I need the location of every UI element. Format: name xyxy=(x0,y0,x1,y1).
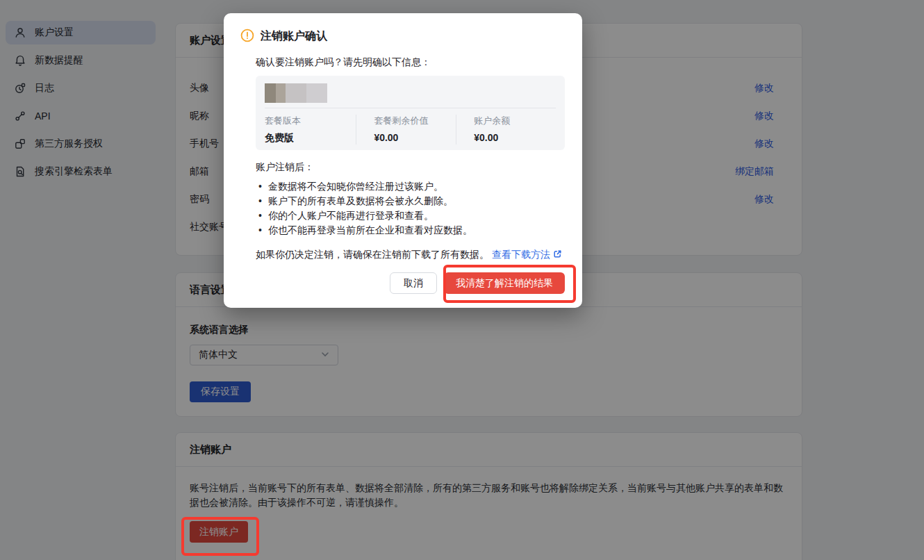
account-summary-panel: 套餐版本 免费版 套餐剩余价值 ¥0.00 账户余额 ¥0.00 xyxy=(256,76,565,150)
confirm-delete-button[interactable]: 我清楚了解注销的结果 xyxy=(444,272,565,294)
account-settings-page: 账户设置 新数据提醒 日志 API 第三方服务授权 xyxy=(0,0,924,560)
summary-col-plan-value: 套餐剩余价值 ¥0.00 xyxy=(356,115,456,145)
summary-label: 账户余额 xyxy=(474,115,556,127)
cancel-button[interactable]: 取消 xyxy=(390,272,437,294)
download-note-text: 如果你仍决定注销，请确保在注销前下载了所有数据。 xyxy=(256,249,489,260)
summary-label: 套餐剩余价值 xyxy=(374,115,456,127)
download-note: 如果你仍决定注销，请确保在注销前下载了所有数据。 查看下载方法 xyxy=(256,247,565,261)
summary-label: 套餐版本 xyxy=(265,115,356,127)
download-method-link[interactable]: 查看下载方法 xyxy=(492,249,550,260)
delete-confirm-modal: 注销账户确认 确认要注销账户吗？请先明确以下信息： 套餐版本 免费版 xyxy=(224,13,582,308)
summary-col-balance: 账户余额 ¥0.00 xyxy=(456,115,556,145)
consequence-item: 金数据将不会知晓你曾经注册过该账户。 xyxy=(256,179,565,194)
consequence-item: 账户下的所有表单及数据将会被永久删除。 xyxy=(256,194,565,208)
avatar-placeholder xyxy=(265,83,556,103)
summary-value: ¥0.00 xyxy=(374,132,456,143)
modal-header: 注销账户确认 xyxy=(240,28,565,44)
modal-body: 确认要注销账户吗？请先明确以下信息： 套餐版本 免费版 套餐剩余价值 xyxy=(256,55,565,294)
modal-footer: 取消 我清楚了解注销的结果 xyxy=(256,272,565,294)
summary-value: 免费版 xyxy=(265,132,356,145)
consequence-item: 你也不能再登录当前所在企业和查看对应数据。 xyxy=(256,223,565,238)
modal-intro: 确认要注销账户吗？请先明确以下信息： xyxy=(256,55,565,69)
summary-value: ¥0.00 xyxy=(474,132,556,143)
external-link-icon xyxy=(553,249,562,260)
consequence-list: 金数据将不会知晓你曾经注册过该账户。 账户下的所有表单及数据将会被永久删除。 你… xyxy=(256,179,565,238)
panel-divider xyxy=(265,108,556,108)
summary-col-plan: 套餐版本 免费版 xyxy=(265,115,356,145)
after-delete-title: 账户注销后： xyxy=(256,160,565,174)
modal-title: 注销账户确认 xyxy=(261,29,327,44)
summary-columns: 套餐版本 免费版 套餐剩余价值 ¥0.00 账户余额 ¥0.00 xyxy=(265,115,556,145)
warning-icon xyxy=(240,28,254,44)
consequence-item: 你的个人账户不能再进行登录和查看。 xyxy=(256,208,565,223)
